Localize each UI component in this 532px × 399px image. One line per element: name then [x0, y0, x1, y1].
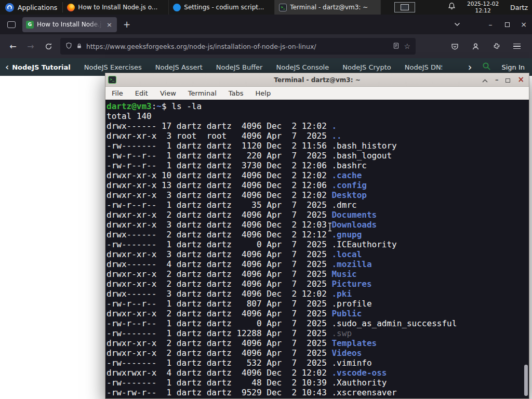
terminal-line: drwx------ 4 dartz dartz 4096 Apr 7 2025… [107, 259, 529, 269]
terminal-line: -rw-r--r-- 1 dartz dartz 807 Apr 7 2025 … [107, 299, 529, 309]
shade-button[interactable] [482, 75, 488, 85]
taskbar-item-title: Settings - codium script... [184, 4, 264, 11]
terminal-line: -rw-r--r-- 1 dartz dartz 0 Apr 7 2025 .s… [107, 318, 529, 328]
terminal-line: -rw-r--r-- 1 dartz dartz 220 Apr 7 2025 … [107, 151, 529, 161]
url-bar[interactable]: https://www.geeksforgeeks.org/node-js/in… [60, 38, 416, 55]
tab-close-icon[interactable]: × [105, 21, 113, 29]
terminal-menu-item[interactable]: Tabs [229, 89, 244, 97]
terminal-line: drwxr-xr-x 3 root root 4096 Apr 7 2025 .… [107, 131, 529, 141]
terminal-line: -rw-r--r-- 1 dartz dartz 35 Apr 7 2025 .… [107, 200, 529, 210]
terminal-line: drwxr-xr-x 3 dartz dartz 4096 Apr 7 2025… [107, 249, 529, 259]
terminal-line: drwxr-xr-x 10 dartz dartz 4096 Dec 2 12:… [107, 170, 529, 180]
terminal-icon: >_ [279, 4, 287, 11]
terminal-line: -rw------- 1 dartz dartz 48 Dec 2 10:39 … [107, 378, 529, 388]
tab-title: How to Install Node.js on... [37, 21, 102, 28]
new-tab-button[interactable]: + [123, 19, 130, 30]
padlock-icon [76, 42, 82, 51]
gfg-nav-item[interactable]: NodeJS DNS [405, 63, 442, 71]
top-panel: Applications How to Install Node.js o...… [0, 0, 532, 15]
terminal-line: drwxr-xr-x 2 dartz dartz 4096 Apr 7 2025… [107, 269, 529, 279]
terminal-line: drwxr-xr-x 13 dartz dartz 4096 Dec 2 12:… [107, 180, 529, 190]
terminal-line: total 140 [107, 111, 529, 121]
terminal-menu-item[interactable]: Terminal [188, 89, 217, 97]
terminal-output: dartz@vm3:~$ ls -latotal 140drwx------ 1… [107, 101, 529, 397]
terminal-line: drwx------ 3 dartz dartz 4096 Dec 2 12:0… [107, 289, 529, 299]
terminal-window: >_ Terminal - dartz@vm3: ~ – × FileEditV… [105, 73, 529, 399]
terminal-menu-item[interactable]: Help [256, 89, 271, 97]
window-close-button[interactable]: × [515, 20, 532, 29]
terminal-line: -rw------- 1 dartz dartz 0 Apr 7 2025 .I… [107, 240, 529, 249]
nav-scroll-left-icon[interactable]: ‹ [5, 62, 9, 72]
sign-in-button[interactable]: Sign In [501, 63, 525, 71]
terminal-line: drwxr-xr-x 3 dartz dartz 4096 Dec 2 12:0… [107, 220, 529, 230]
terminal-line: -rw------- 1 dartz dartz 12288 Apr 7 202… [107, 328, 529, 338]
terminal-menu-item[interactable]: View [160, 89, 176, 97]
terminal-line: drwx------ 2 dartz dartz 4096 Dec 2 12:1… [107, 230, 529, 240]
extensions-icon[interactable] [487, 38, 505, 54]
terminal-content[interactable]: dartz@vm3:~$ ls -latotal 140drwx------ 1… [105, 100, 529, 398]
terminal-line: drwxr-xr-x 2 dartz dartz 4096 Apr 7 2025… [107, 348, 529, 358]
menu-hamburger-icon[interactable] [508, 38, 526, 54]
back-button[interactable]: ← [4, 38, 22, 54]
gfg-nav-item[interactable]: NodeJS Crypto [342, 63, 391, 71]
applications-menu-button[interactable]: Applications [0, 0, 62, 15]
terminal-app-icon: >_ [108, 76, 116, 84]
terminal-menu-item[interactable]: File [112, 89, 123, 97]
terminal-line: drwxrwxr-x 4 dartz dartz 4096 Dec 2 12:0… [107, 368, 529, 378]
terminal-maximize-button[interactable] [506, 75, 510, 85]
bookmark-star-icon[interactable]: ☆ [404, 42, 410, 50]
tab-bar: G How to Install Node.js on... × + – × [0, 15, 532, 34]
workspace-switcher[interactable] [394, 2, 415, 12]
gfg-nav-items: NodeJS TutorialNodeJS ExercisesNodeJS As… [12, 63, 442, 71]
list-all-tabs-icon[interactable] [454, 22, 460, 26]
gfg-nav-item[interactable]: NodeJS Exercises [84, 63, 142, 71]
taskbar-item-codium-settings[interactable]: Settings - codium script... [169, 0, 275, 15]
terminal-line: drwxr-xr-x 2 dartz dartz 4096 Apr 7 2025… [107, 338, 529, 348]
gfg-nav-item[interactable]: NodeJS Assert [155, 63, 203, 71]
terminal-line: drwxr-xr-x 3 dartz dartz 4096 Dec 2 12:0… [107, 190, 529, 200]
forward-button[interactable]: → [22, 38, 39, 54]
browser-tab[interactable]: G How to Install Node.js on... × [22, 17, 117, 32]
gfg-nav-item[interactable]: NodeJS Console [276, 63, 329, 71]
taskbar-item-browser[interactable]: How to Install Node.js o... [63, 0, 169, 15]
user-menu[interactable]: Dartz [510, 4, 528, 11]
firefox-view-icon[interactable] [7, 21, 16, 28]
terminal-menu-item[interactable]: Edit [135, 89, 148, 97]
terminal-line: drwxr-xr-x 2 dartz dartz 4096 Apr 7 2025… [107, 210, 529, 220]
terminal-title: Terminal - dartz@vm3: ~ [105, 76, 529, 84]
terminal-close-button[interactable]: × [517, 76, 524, 84]
reload-button[interactable] [39, 38, 57, 54]
window-maximize-button[interactable] [499, 20, 515, 29]
terminal-scrollbar[interactable] [524, 365, 528, 396]
notification-bell-icon[interactable] [448, 2, 456, 12]
workspace-window-thumbnail [401, 4, 409, 10]
terminal-line: -rw------- 1 dartz dartz 532 Apr 7 2025 … [107, 358, 529, 368]
panel-right-cluster: 2025-12-02 12:12 Dartz [448, 1, 532, 14]
window-minimize-button[interactable]: – [482, 20, 499, 29]
clock-date: 2025-12-02 [467, 1, 499, 7]
gfg-nav-item[interactable]: NodeJS Buffer [216, 63, 263, 71]
terminal-line: -rw-r--r-- 1 dartz dartz 3730 Dec 2 12:0… [107, 161, 529, 170]
clock[interactable]: 2025-12-02 12:12 [467, 1, 499, 14]
terminal-line: drwx------ 17 dartz dartz 4096 Dec 2 12:… [107, 121, 529, 131]
gfg-nav-item[interactable]: NodeJS Tutorial [12, 63, 71, 71]
terminal-line: dartz@vm3:~$ ls -la [107, 101, 529, 111]
taskbar-item-title: Terminal - dartz@vm3: ~ [290, 4, 368, 11]
search-icon[interactable] [482, 62, 491, 73]
tracking-shield-icon[interactable] [65, 42, 72, 51]
toolbar-right-icons [446, 38, 528, 54]
taskbar-item-terminal[interactable]: >_ Terminal - dartz@vm3: ~ [275, 0, 381, 15]
applications-icon [5, 3, 14, 12]
nav-scroll-right-icon[interactable]: › [468, 62, 472, 72]
firefox-icon [67, 4, 75, 11]
browser-toolbar: ← → https://www.geeksforgeeks.org/node-j… [0, 34, 532, 58]
applications-label: Applications [18, 4, 57, 11]
terminal-titlebar[interactable]: >_ Terminal - dartz@vm3: ~ – × [105, 73, 529, 87]
terminal-minimize-button[interactable]: – [495, 76, 499, 84]
reader-mode-icon[interactable] [393, 42, 400, 51]
pocket-icon[interactable] [446, 38, 463, 54]
terminal-line: -rw------- 1 dartz dartz 1120 Dec 2 11:5… [107, 141, 529, 151]
taskbar-item-title: How to Install Node.js o... [78, 4, 157, 11]
account-icon[interactable] [467, 38, 484, 54]
geeksforgeeks-favicon: G [26, 21, 34, 29]
